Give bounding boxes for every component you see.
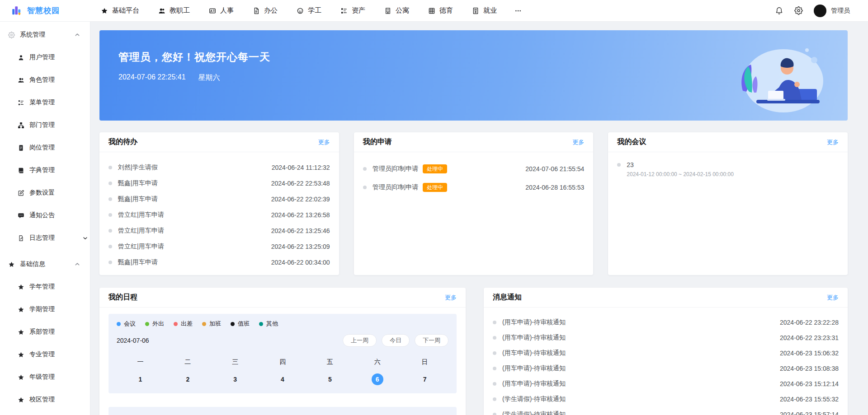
today-button[interactable]: 今日 — [382, 334, 410, 347]
todo-more-link[interactable]: 更多 — [318, 138, 330, 146]
user-menu[interactable]: 管理员 — [814, 5, 850, 17]
nav-item-assets[interactable]: 资产 — [331, 0, 375, 22]
prev-week-button[interactable]: 上一周 — [343, 334, 377, 347]
nav-item-moral-education[interactable]: 德育 — [419, 0, 462, 22]
status-badge: 处理中 — [423, 183, 447, 192]
nav-label: 学工 — [308, 6, 321, 15]
nav-item-apartment[interactable]: 公寓 — [375, 0, 419, 22]
bullet-dot — [108, 182, 112, 185]
message-time: 2024-06-23 15:55:32 — [780, 396, 839, 403]
bullet-dot — [363, 167, 367, 171]
day-cell[interactable]: 2 — [164, 373, 212, 385]
todo-item[interactable]: 刘然|学生请假 2024-06-24 11:12:32 — [108, 159, 330, 175]
sidebar-group-system-mgmt[interactable]: 系统管理 — [0, 23, 90, 46]
message-item[interactable]: (学生请假)-待审核通知 2024-06-23 15:57:14 — [493, 407, 839, 415]
gear-icon[interactable] — [794, 6, 803, 15]
todo-item[interactable]: 曾立红|用车申请 2024-06-22 13:25:46 — [108, 223, 330, 238]
day-cell[interactable]: 3 — [212, 373, 259, 385]
todo-card: 我的待办 更多 刘然|学生请假 2024-06-24 11:12:32 甄鑫|用… — [99, 132, 339, 275]
sidebar-item-log-mgmt[interactable]: 日志管理 — [0, 227, 90, 249]
day-cell-selected[interactable]: 6 — [354, 373, 401, 385]
welcome-banner: 管理员，您好！祝您开心每一天 2024-07-06 22:25:41 星期六 — [99, 30, 848, 121]
nav-item-platform[interactable]: 基础平台 — [91, 0, 149, 22]
application-more-link[interactable]: 更多 — [572, 138, 584, 146]
next-week-button[interactable]: 下一周 — [415, 334, 448, 347]
message-item[interactable]: (用车申请)-待审核通知 2024-06-23 15:12:14 — [493, 376, 839, 392]
sidebar-item-post-mgmt[interactable]: 岗位管理 — [0, 136, 90, 159]
schedule-more-link[interactable]: 更多 — [445, 294, 457, 302]
weekday-header-row: 一 二 三 四 五 六 日 — [117, 358, 448, 366]
todo-time: 2024-06-22 00:34:00 — [271, 259, 330, 266]
message-text: (用车申请)-待审核通知 — [502, 318, 780, 326]
application-item[interactable]: 管理员|印制申请 处理中 2024-07-06 21:55:54 — [363, 159, 585, 178]
selected-day-circle: 6 — [372, 373, 383, 385]
day-cell[interactable]: 5 — [306, 373, 354, 385]
sidebar-item-semester-mgmt[interactable]: 学期管理 — [0, 298, 90, 321]
todo-time: 2024-06-22 13:26:58 — [271, 211, 330, 219]
day-cell[interactable]: 1 — [117, 373, 164, 385]
message-item[interactable]: (用车申请)-待审核通知 2024-06-23 15:06:32 — [493, 345, 839, 361]
app-title: 智慧校园 — [27, 5, 60, 16]
weekday-label: 四 — [259, 358, 307, 366]
schedule-legend: 会议 外出 出差 加班 — [117, 320, 448, 327]
message-text: (学生请假)-待审核通知 — [502, 395, 780, 403]
id-card-icon — [209, 7, 216, 14]
sidebar-item-major-mgmt[interactable]: 专业管理 — [0, 343, 90, 366]
calendar-panel: 会议 外出 出差 加班 — [108, 314, 457, 393]
log-icon — [18, 235, 24, 242]
sidebar-item-dict-mgmt[interactable]: 字典管理 — [0, 159, 90, 182]
sidebar-item-dept-mgmt[interactable]: 部门管理 — [0, 114, 90, 136]
todo-item[interactable]: 甄鑫|用车申请 2024-06-22 22:53:48 — [108, 175, 330, 191]
application-item[interactable]: 管理员|印制申请 处理中 2024-06-28 16:55:53 — [363, 178, 585, 196]
sidebar-item-label: 部门管理 — [29, 121, 55, 129]
sidebar-item-menu-mgmt[interactable]: 菜单管理 — [0, 91, 90, 114]
nav-item-staff[interactable]: 教职工 — [149, 0, 199, 22]
grid-icon — [428, 7, 435, 14]
todo-item[interactable]: 曾立红|用车申请 2024-06-22 13:26:58 — [108, 207, 330, 223]
sidebar-item-user-mgmt[interactable]: 用户管理 — [0, 46, 90, 69]
sidebar-group-basic-info[interactable]: 基础信息 — [0, 253, 90, 275]
legend-dot-meeting — [117, 322, 121, 326]
legend-label: 其他 — [266, 320, 278, 328]
todo-item[interactable]: 甄鑫|用车申请 2024-06-22 22:02:39 — [108, 191, 330, 207]
sidebar-item-department-mgmt[interactable]: 系部管理 — [0, 321, 90, 343]
banner-illustration — [729, 37, 824, 114]
message-item[interactable]: (用车申请)-待审核通知 2024-06-22 23:23:31 — [493, 330, 839, 345]
sidebar-item-param-settings[interactable]: 参数设置 — [0, 182, 90, 204]
sidebar-item-label: 角色管理 — [29, 76, 55, 84]
todo-item[interactable]: 甄鑫|用车申请 2024-06-22 00:34:00 — [108, 254, 330, 270]
meeting-more-link[interactable]: 更多 — [827, 138, 839, 146]
sidebar-item-role-mgmt[interactable]: 角色管理 — [0, 69, 90, 91]
message-more-link[interactable]: 更多 — [827, 294, 839, 302]
nav-item-student-affairs[interactable]: 学工 — [287, 0, 331, 22]
message-item[interactable]: (学生请假)-待审核通知 2024-06-23 15:55:32 — [493, 392, 839, 407]
message-item[interactable]: (用车申请)-待审核通知 2024-06-22 23:22:28 — [493, 315, 839, 330]
nav-item-office[interactable]: 办公 — [243, 0, 287, 22]
day-cell[interactable]: 4 — [259, 373, 307, 385]
day-cell[interactable]: 7 — [401, 373, 448, 385]
sidebar-item-grade-mgmt[interactable]: 年级管理 — [0, 366, 90, 388]
nav-item-employment[interactable]: 就业 — [462, 0, 506, 22]
message-item[interactable]: (用车申请)-待审核通知 2024-06-23 15:08:38 — [493, 361, 839, 376]
nav-more-button[interactable] — [506, 0, 530, 22]
sidebar-item-school-year-mgmt[interactable]: 学年管理 — [0, 275, 90, 298]
sidebar-item-campus-mgmt[interactable]: 校区管理 — [0, 388, 90, 411]
legend-item: 会议 — [117, 320, 136, 328]
message-time: 2024-06-23 15:57:14 — [780, 411, 839, 415]
legend-label: 出差 — [181, 320, 193, 328]
nav-item-hr[interactable]: 人事 — [199, 0, 243, 22]
current-weekday: 星期六 — [198, 73, 220, 83]
bullet-dot — [493, 367, 496, 370]
message-text: (用车申请)-待审核通知 — [502, 334, 780, 342]
sidebar-item-notice[interactable]: 通知公告 — [0, 204, 90, 227]
meeting-time-range: 2024-01-12 00:00:00 ~ 2024-02-15 00:00:0… — [627, 171, 734, 177]
nav-label: 教职工 — [170, 6, 190, 15]
bell-icon[interactable] — [775, 6, 783, 15]
meeting-item[interactable]: 23 2024-01-12 00:00:00 ~ 2024-02-15 00:0… — [617, 159, 839, 177]
message-text: (用车申请)-待审核通知 — [502, 380, 780, 388]
message-time: 2024-06-23 15:08:38 — [780, 365, 839, 372]
todo-item[interactable]: 曾立红|用车申请 2024-06-22 13:25:09 — [108, 238, 330, 254]
app-logo[interactable]: 智慧校园 — [11, 5, 91, 17]
bullet-dot — [108, 229, 112, 233]
todo-time: 2024-06-22 13:25:09 — [271, 243, 330, 250]
